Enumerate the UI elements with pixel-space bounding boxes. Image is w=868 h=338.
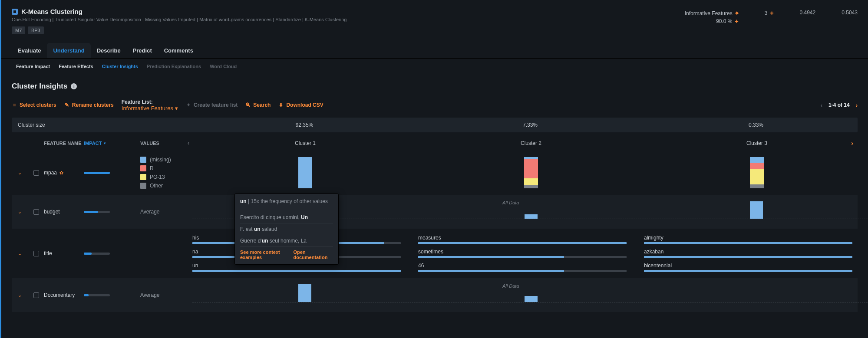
edit-icon: ✎ xyxy=(64,102,69,108)
metric-3: 0.4942 xyxy=(800,10,816,16)
feature-row-title: ⌄ title his na un measures sometimes 46 … xyxy=(12,229,858,278)
feature-name-budget: budget xyxy=(44,209,60,215)
expand-toggle[interactable]: ⌄ xyxy=(18,209,33,215)
page-next-button[interactable]: › xyxy=(856,102,858,108)
subtab-word-cloud[interactable]: Word Cloud xyxy=(205,62,241,71)
title-token: azkaban xyxy=(644,249,852,255)
feature-list-value: Informative Features xyxy=(122,105,173,112)
create-feature-list-button[interactable]: + Create feature list xyxy=(186,102,238,108)
swatch-pg13 xyxy=(140,174,146,180)
tab-understand[interactable]: Understand xyxy=(47,43,90,58)
documentary-values: Average xyxy=(140,292,192,298)
cluster-size-row: Cluster size 92.35% 7.33% 0.33% xyxy=(12,118,858,132)
expand-toggle[interactable]: ⌄ xyxy=(18,292,33,298)
mpaa-stack-c3 xyxy=(750,157,764,188)
gear-icon[interactable]: ✿ xyxy=(59,170,63,176)
subtab-prediction-explanations[interactable]: Prediction Explanations xyxy=(142,62,205,71)
rename-clusters-label: Rename clusters xyxy=(72,102,114,108)
col-feature-name[interactable]: FEATURE NAME xyxy=(44,141,84,146)
col-impact[interactable]: IMPACT ▼ xyxy=(84,141,140,146)
search-label: Search xyxy=(253,102,271,108)
checkbox-documentary[interactable] xyxy=(33,292,39,298)
metric-features-label: Informative Features xyxy=(685,10,733,16)
tab-describe[interactable]: Describe xyxy=(91,43,127,58)
download-csv-button[interactable]: ⬇ Download CSV xyxy=(278,102,323,108)
token-tooltip: un | 15x the frequency of other values E… xyxy=(234,194,339,265)
rename-clusters-button[interactable]: ✎ Rename clusters xyxy=(64,102,114,108)
feature-list-dropdown[interactable]: Informative Features ▾ xyxy=(122,105,178,112)
main-tabs: Evaluate Understand Describe Predict Com… xyxy=(1,43,868,59)
info-icon[interactable]: i xyxy=(71,83,77,89)
subtab-feature-effects[interactable]: Feature Effects xyxy=(54,62,97,71)
legend-pg13: PG-13 xyxy=(150,174,165,180)
metric-features-pct: 90.0 % xyxy=(716,18,732,24)
checkbox-title[interactable] xyxy=(33,251,39,256)
col-values[interactable]: VALUES xyxy=(140,141,192,146)
cluster-size-label: Cluster size xyxy=(18,122,191,128)
tab-evaluate[interactable]: Evaluate xyxy=(12,43,47,58)
impact-bar-mpaa xyxy=(84,172,110,174)
metric-features: Informative Features ⌖ 90.0 % + xyxy=(685,10,739,25)
tooltip-example: F. est un salaud xyxy=(240,223,333,235)
mpaa-stack-c1 xyxy=(298,157,312,188)
download-icon: ⬇ xyxy=(278,102,284,108)
toolbar: ≡ Select clusters ✎ Rename clusters Feat… xyxy=(1,98,868,118)
all-data-label: All Data xyxy=(502,283,519,289)
title-token: almighty xyxy=(644,235,852,241)
cluster-1-size: 92.35% xyxy=(191,122,417,128)
cluster-scroll-left[interactable]: ‹ xyxy=(188,140,189,146)
select-clusters-label: Select clusters xyxy=(20,102,56,108)
metric-4: 0.5043 xyxy=(842,10,858,16)
plus-icon[interactable]: + xyxy=(735,18,739,25)
cluster-2-header[interactable]: Cluster 2 xyxy=(418,140,644,146)
feature-list-label: Feature List: xyxy=(122,99,153,105)
tab-comments[interactable]: Comments xyxy=(158,43,199,58)
cluster-3-header[interactable]: Cluster 3 xyxy=(644,140,868,146)
expand-toggle[interactable]: ⌄ xyxy=(18,251,33,256)
cluster-scroll-right[interactable]: › xyxy=(851,140,853,147)
checkbox-budget[interactable] xyxy=(33,209,39,215)
column-headers: FEATURE NAME IMPACT ▼ VALUES Cluster 1 C… xyxy=(12,136,858,151)
title-token: 46 xyxy=(418,263,627,269)
subtab-cluster-insights[interactable]: Cluster Insights xyxy=(98,62,142,71)
select-clusters-button[interactable]: ≡ Select clusters xyxy=(12,102,56,108)
feature-row-mpaa: ⌄ mpaa ✿ (missing) R PG-13 Other xyxy=(12,151,858,195)
subtab-feature-impact[interactable]: Feature Impact xyxy=(12,62,54,71)
search-icon: 🔍︎ xyxy=(245,102,251,108)
tooltip-open-docs-link[interactable]: Open documentation xyxy=(294,249,333,260)
tooltip-more-examples-link[interactable]: See more context examples xyxy=(240,249,293,260)
cluster-2-size: 7.33% xyxy=(417,122,643,128)
expand-toggle[interactable]: ⌄ xyxy=(18,170,33,176)
badge-bp3[interactable]: BP3 xyxy=(28,26,44,34)
page-prev-button[interactable]: ‹ xyxy=(821,102,822,108)
all-data-label: All Data xyxy=(502,200,519,205)
badge-m7[interactable]: M7 xyxy=(12,26,25,34)
budget-values: Average xyxy=(140,209,192,215)
feature-name-mpaa: mpaa xyxy=(44,170,57,176)
plus-icon[interactable]: + xyxy=(770,10,773,16)
impact-bar-budget xyxy=(84,211,110,213)
documentary-bar-c1 xyxy=(298,284,311,302)
col-impact-label: IMPACT xyxy=(84,141,102,146)
checkbox-mpaa[interactable] xyxy=(33,170,39,176)
tab-predict[interactable]: Predict xyxy=(127,43,158,58)
legend-missing: (missing) xyxy=(150,157,171,163)
title-token: sometimes xyxy=(418,249,627,255)
impact-bar-documentary xyxy=(84,294,110,296)
swatch-missing xyxy=(140,157,146,163)
mpaa-stack-c2 xyxy=(524,157,538,188)
swatch-r xyxy=(140,165,146,171)
search-button[interactable]: 🔍︎ Search xyxy=(245,102,271,108)
swatch-other xyxy=(140,183,146,189)
page-indicator: 1-4 of 14 xyxy=(828,102,850,108)
tooltip-freq: 15x the frequency of other values xyxy=(251,198,327,204)
cluster-1-header[interactable]: Cluster 1 xyxy=(192,140,418,146)
plus-icon: + xyxy=(186,102,191,108)
target-icon[interactable]: ⌖ xyxy=(735,10,739,17)
tooltip-example: Esercito di cinque uomini, Un xyxy=(240,212,333,223)
feature-row-budget: ⌄ budget Average All Data xyxy=(12,195,858,229)
title-token: bicentennial xyxy=(644,263,852,269)
model-pipeline: One-Hot Encoding | Truncated Singular Va… xyxy=(12,17,685,22)
mpaa-legend: (missing) R PG-13 Other xyxy=(140,157,192,189)
budget-bar-c2 xyxy=(525,214,538,219)
